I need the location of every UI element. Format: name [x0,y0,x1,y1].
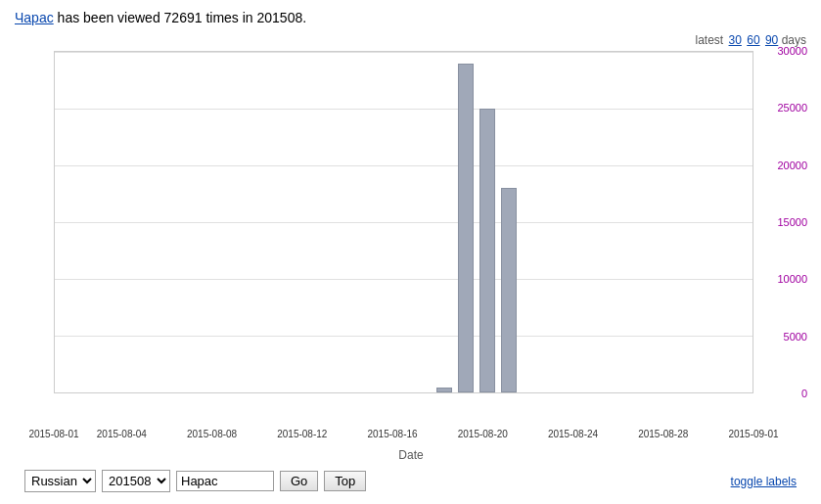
x-axis: 2015-08-01 2015-08-04 2015-08-08 2015-08… [54,425,753,446]
x-label-0824: 2015-08-24 [548,429,598,439]
stats-text: has been viewed [54,10,164,25]
latest-30-link[interactable]: 30 [729,33,742,47]
y-label-0: 0 [801,388,807,399]
article-link[interactable]: Чарас [15,10,54,25]
latest-label: latest [696,33,724,47]
grid-line-bottom [55,392,753,393]
period: 201508 [257,10,303,25]
latest-90-link[interactable]: 90 [765,33,778,47]
chart-area [54,51,753,393]
bar [479,109,495,392]
y-label-20000: 20000 [777,160,807,171]
header-stats: Чарас has been viewed 72691 times in 201… [15,10,806,25]
grid-line-3 [55,222,753,223]
x-axis-title: Date [15,448,807,462]
x-label-0901: 2015-09-01 [728,429,778,439]
y-axis-left [15,51,54,393]
y-label-10000: 10000 [777,273,807,285]
toggle-labels-link[interactable]: toggle labels [731,475,797,488]
x-label-0804: 2015-08-04 [97,429,147,439]
x-label-0816: 2015-08-16 [367,429,417,439]
y-label-25000: 25000 [777,102,807,114]
period-text: times in [203,10,257,25]
grid-line-1 [55,109,753,110]
x-label-0801: 2015-08-01 [28,429,78,439]
controls-left: Russian English German French Spanish 20… [24,470,366,492]
x-label-0828: 2015-08-28 [638,429,688,439]
bottom-controls: Russian English German French Spanish 20… [15,470,806,492]
y-label-5000: 5000 [784,331,807,343]
language-select[interactable]: Russian English German French Spanish [24,470,96,492]
top-button[interactable]: Top [324,471,366,491]
grid-line-5 [55,336,753,337]
latest-60-link[interactable]: 60 [747,33,759,47]
y-label-15000: 15000 [777,216,807,228]
grid-line-2 [55,165,753,166]
y-axis-right: 30000 25000 20000 15000 10000 5000 0 [753,51,807,393]
go-button[interactable]: Go [280,471,318,491]
search-input[interactable] [176,471,274,491]
bar [436,388,452,392]
grid-line-top [55,52,753,53]
y-label-30000: 30000 [777,45,807,57]
grid-line-4 [55,279,753,280]
chart-wrapper: 30000 25000 20000 15000 10000 5000 0 201… [15,51,807,462]
x-label-0820: 2015-08-20 [458,429,508,439]
x-label-0812: 2015-08-12 [277,429,327,439]
bar [458,64,474,392]
bar [501,188,517,392]
top-controls: latest 30 60 90 days [15,33,806,47]
period-select[interactable]: 201508 201507 201506 [102,470,170,492]
x-label-0808: 2015-08-08 [187,429,237,439]
view-count: 72691 [164,10,203,25]
controls-right: toggle labels [731,474,797,488]
